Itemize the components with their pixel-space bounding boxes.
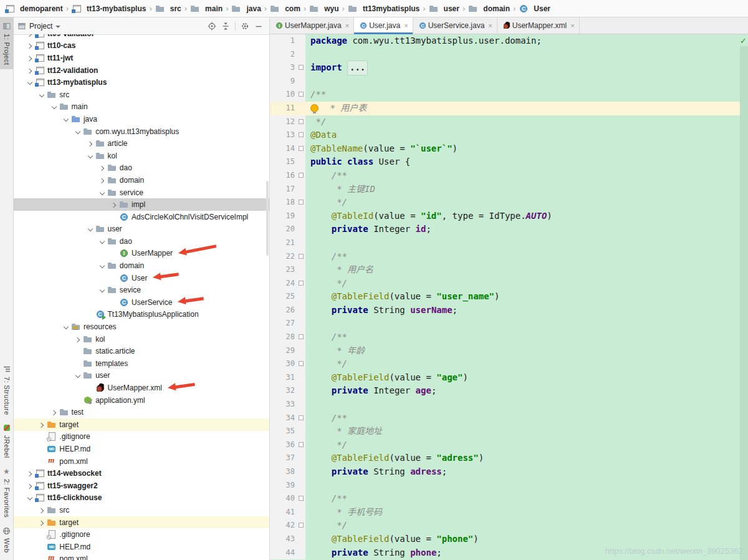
tree-item-tt14-websocket[interactable]: tt14-websocket	[14, 467, 269, 480]
code-text[interactable]: * 手机号码	[305, 506, 748, 519]
tab-usermapper-xml[interactable]: UserMapper.xml×	[497, 17, 580, 34]
tab-user-java[interactable]: User.java×	[354, 17, 413, 34]
tree-item-user[interactable]: User	[14, 272, 269, 284]
code-text[interactable]: @Data	[305, 128, 748, 142]
chevron-expanded-icon[interactable]	[97, 285, 107, 295]
code-line[interactable]: 9	[270, 75, 748, 89]
code-line[interactable]: 41 * 手机号码	[270, 506, 748, 519]
fold-marker[interactable]	[299, 119, 304, 124]
chevron-collapsed-icon[interactable]	[25, 34, 35, 39]
code-line[interactable]: 43 @TableField(value = "phone")	[270, 533, 748, 546]
chevron-collapsed-icon[interactable]	[25, 41, 35, 51]
code-line[interactable]: 18 */	[270, 196, 748, 210]
tool-window-button-jrebel[interactable]: JRebel	[0, 419, 14, 463]
tool-window-button-2-favorites[interactable]: ★2: Favorites	[0, 463, 14, 522]
tree-item-.gitignore[interactable]: .gitignore	[14, 528, 269, 541]
code-line[interactable]: 16 /**	[270, 169, 748, 183]
code-text[interactable]: * 用户表	[305, 102, 748, 115]
tree-item-pom.xml[interactable]: pom.xml	[14, 553, 269, 560]
tree-item-tt13-mybatisplus[interactable]: tt13-mybatisplus	[14, 76, 269, 89]
fold-marker[interactable]	[299, 334, 304, 339]
tree-item-pom.xml[interactable]: pom.xml	[14, 455, 269, 468]
chevron-collapsed-icon[interactable]	[73, 334, 83, 344]
code-text[interactable]: */	[305, 357, 748, 371]
chevron-expanded-icon[interactable]	[85, 224, 95, 234]
settings-icon[interactable]	[241, 22, 249, 31]
tree-item-tt11-jwt[interactable]: tt11-jwt	[14, 52, 269, 64]
code-line[interactable]: 35 * 家庭地址	[270, 425, 748, 438]
fold-marker[interactable]	[299, 523, 304, 528]
chevron-expanded-icon[interactable]	[97, 261, 107, 271]
tool-window-button-7-structure[interactable]: 7: Structure	[0, 360, 14, 420]
code-text[interactable]: private Integer id;	[305, 223, 748, 236]
tree-item-user[interactable]: user	[14, 370, 269, 382]
chevron-collapsed-icon[interactable]	[37, 505, 47, 515]
code-text[interactable]: /**	[305, 492, 748, 506]
code-line[interactable]: 10/**	[270, 88, 748, 102]
hide-icon[interactable]	[254, 22, 263, 31]
chevron-collapsed-icon[interactable]	[25, 481, 35, 491]
chevron-collapsed-icon[interactable]	[25, 53, 35, 63]
tree-item-static.article[interactable]: static.article	[14, 345, 269, 357]
breadcrumb-item[interactable]: wyu	[309, 4, 338, 14]
code-text[interactable]: @TableField(value = "user_name")	[305, 290, 748, 304]
chevron-expanded-icon[interactable]	[25, 493, 35, 503]
tree-item-sevice[interactable]: sevice	[14, 284, 269, 296]
code-text[interactable]	[305, 236, 748, 250]
code-text[interactable]: @TableField(value = "phone")	[305, 533, 748, 546]
chevron-expanded-icon[interactable]	[73, 127, 83, 137]
code-text[interactable]: * 用户名	[305, 263, 748, 277]
code-text[interactable]: * 年龄	[305, 344, 748, 358]
chevron-expanded-icon[interactable]	[97, 188, 107, 198]
code-line[interactable]: 19 @TableId(value = "id", type = IdType.…	[270, 210, 748, 223]
breadcrumb-item[interactable]: src	[155, 4, 181, 14]
tree-item-domain[interactable]: domain	[14, 174, 269, 186]
tree-item-service[interactable]: service	[14, 186, 269, 199]
breadcrumb-item[interactable]: main	[190, 4, 223, 14]
fold-marker[interactable]	[299, 173, 304, 178]
chevron-expanded-icon[interactable]	[25, 77, 35, 87]
code-text[interactable]: /**	[305, 169, 748, 183]
project-panel-title[interactable]: Project	[29, 22, 52, 31]
code-text[interactable]: @TableField(value = "adress")	[305, 451, 748, 465]
tree-item-tt16-clickhouse[interactable]: tt16-clickhouse	[14, 492, 269, 504]
breadcrumb-item[interactable]: User	[519, 4, 550, 14]
tree-item-help.md[interactable]: HELP.md	[14, 541, 269, 553]
fold-marker[interactable]	[299, 415, 304, 420]
close-tab-icon[interactable]: ×	[488, 22, 492, 29]
chevron-down-icon[interactable]	[55, 26, 60, 28]
code-line[interactable]: 26 private String userName;	[270, 304, 748, 317]
breadcrumb-item[interactable]: tt13-mybatisplus	[72, 4, 146, 14]
code-text[interactable]: @TableName(value = "`user`")	[305, 142, 748, 156]
tree-item-main[interactable]: main	[14, 101, 269, 113]
breadcrumb-item[interactable]: demoparent	[5, 4, 63, 14]
tree-item-target[interactable]: target	[14, 418, 269, 431]
tool-window-button-web[interactable]: Web	[0, 522, 14, 558]
code-line[interactable]: 20 private Integer id;	[270, 223, 748, 236]
code-text[interactable]: * 主键ID	[305, 183, 748, 196]
chevron-collapsed-icon[interactable]	[25, 65, 35, 75]
chevron-collapsed-icon[interactable]	[109, 200, 119, 210]
tree-item-help.md[interactable]: HELP.md	[14, 443, 269, 455]
code-text[interactable]: /**	[305, 88, 748, 102]
fold-marker[interactable]	[299, 92, 304, 97]
tree-item-article[interactable]: article	[14, 137, 269, 150]
breadcrumb-item[interactable]: domain	[468, 4, 510, 14]
chevron-expanded-icon[interactable]	[97, 236, 107, 246]
tree-item-test[interactable]: test	[14, 406, 269, 418]
close-tab-icon[interactable]: ×	[345, 22, 349, 29]
close-tab-icon[interactable]: ×	[570, 22, 574, 29]
code-line[interactable]: 24 */	[270, 277, 748, 291]
tree-item-com.wyu.tt13mybatisplus[interactable]: com.wyu.tt13mybatisplus	[14, 125, 269, 138]
code-line[interactable]: 2	[270, 48, 748, 62]
fold-marker[interactable]	[299, 361, 304, 366]
code-line[interactable]: 36 */	[270, 438, 748, 452]
code-line[interactable]: 42 */	[270, 519, 748, 533]
code-text[interactable]: @TableId(value = "id", type = IdType.AUT…	[305, 210, 748, 223]
code-line[interactable]: 3import ...	[270, 61, 748, 75]
tree-item-templates[interactable]: templates	[14, 357, 269, 370]
code-text[interactable]: /**	[305, 412, 748, 425]
chevron-collapsed-icon[interactable]	[49, 407, 59, 417]
code-text[interactable]: * 家庭地址	[305, 425, 748, 438]
tree-item-tt12-validation[interactable]: tt12-validation	[14, 64, 269, 77]
